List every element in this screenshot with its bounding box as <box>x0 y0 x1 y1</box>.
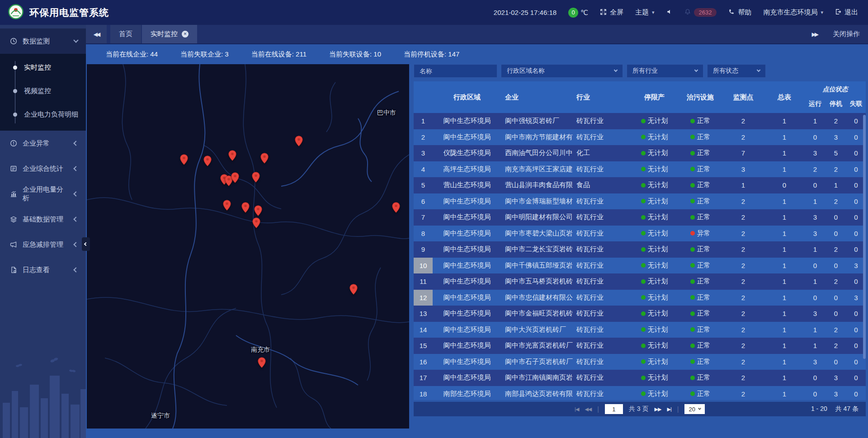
col-facility-status: 治污设施 <box>678 81 722 113</box>
name-filter-input[interactable] <box>420 67 491 75</box>
scroll-tabs-right-icon[interactable]: ▶▶ <box>812 31 817 38</box>
log-file-icon <box>10 266 18 274</box>
sidebar-item-enterprise-stats[interactable]: 企业综合统计 <box>0 156 86 181</box>
theme-menu[interactable]: 主题 ▾ <box>635 8 655 17</box>
table-row[interactable]: 15阆中生态环境局阆中市光富页岩机砖厂砖瓦行业无计划正常21120 <box>414 338 866 354</box>
report-icon <box>10 165 18 173</box>
first-page-button[interactable]: |◀ <box>575 406 579 412</box>
map-marker[interactable] <box>241 202 250 215</box>
table-row[interactable]: 6阆中生态环境局阆中市金博瑞新型墙材砖瓦行业无计划正常21120 <box>414 193 866 210</box>
cell-halt: 5 <box>826 145 846 161</box>
sidebar-item-logs[interactable]: 日志查看 <box>0 257 86 283</box>
table-row[interactable]: 3仪陇生态环境局西南油气田分公司川中化工无计划正常71350 <box>414 145 866 161</box>
sidebar-item-base-data[interactable]: 基础数据管理 <box>0 207 86 232</box>
table-row[interactable]: 10阆中生态环境局阆中千佛镇五郎垭页岩砖瓦行业无计划正常21003 <box>414 258 866 274</box>
sidebar-item-emergency[interactable]: 应急减排管理 <box>0 232 86 257</box>
map-marker[interactable] <box>203 155 212 169</box>
cell-company: 阆中市光富页岩机砖厂 <box>501 338 573 354</box>
name-filter <box>414 64 497 78</box>
cell-meter: 1 <box>764 306 805 322</box>
workspace: 当前在线企业: 44当前失联企业: 3当前在线设备: 211当前失联设备: 10… <box>86 44 868 438</box>
table-row[interactable]: 5营山生态环境局营山县润丰肉食品有限食品无计划正常10010 <box>414 177 866 193</box>
sidebar-collapse-handle[interactable] <box>82 237 90 251</box>
status-filter-select[interactable]: 所有状态 <box>707 64 766 78</box>
last-page-button[interactable]: ▶| <box>667 406 671 412</box>
map-marker[interactable] <box>295 136 303 149</box>
sidebar: 数据监测实时监控视频监控企业电力负荷明细企业异常企业综合统计企业用电量分析基础数… <box>0 25 86 438</box>
tab-home[interactable]: 首页 <box>110 25 141 43</box>
col-region: 行政区域 <box>433 81 501 113</box>
table-row[interactable]: 14阆中生态环境局阆中大兴页岩机砖厂砖瓦行业无计划正常21120 <box>414 322 866 338</box>
map-marker[interactable] <box>180 154 189 167</box>
cell-meter: 1 <box>764 386 805 400</box>
map-canvas[interactable]: 巴中市南充市遂宁市 <box>87 64 409 429</box>
page-size-select[interactable]: 20 <box>684 404 704 414</box>
chevron-down-icon <box>73 38 78 42</box>
table-row[interactable]: 9阆中生态环境局阆中市二龙长宝页岩砖砖瓦行业无计划正常21120 <box>414 241 866 258</box>
map-marker[interactable] <box>349 284 358 297</box>
close-icon[interactable]: ✕ <box>182 31 189 38</box>
sidebar-item-data-monitor[interactable]: 数据监测 <box>0 28 86 54</box>
industry-filter-select[interactable]: 所有行业 <box>627 64 703 78</box>
org-menu[interactable]: 南充市生态环境局 ▾ <box>763 8 823 17</box>
table-row[interactable]: 13阆中生态环境局阆中市金福旺页岩机砖砖瓦行业无计划正常21300 <box>414 306 866 322</box>
cell-meter: 1 <box>764 290 805 306</box>
table-row[interactable]: 8阆中生态环境局阆中市枣碧大梁山页岩砖瓦行业无计划异常21300 <box>414 226 866 242</box>
table-row[interactable]: 2阆中生态环境局阆中市南方节能建材有砖瓦行业无计划正常21030 <box>414 129 866 146</box>
cell-stop-status: 无计划 <box>631 273 678 290</box>
next-page-button[interactable]: ▶▶ <box>655 406 661 412</box>
app-logo <box>8 4 24 21</box>
cell-run: 3 <box>805 209 826 226</box>
table-row[interactable]: 12阆中生态环境局阆中市忠信建材有限公砖瓦行业无计划正常21003 <box>414 290 866 306</box>
table-scrollbar[interactable] <box>863 115 866 359</box>
cell-meter: 1 <box>764 354 805 370</box>
map-marker[interactable] <box>254 205 263 218</box>
cell-monitor-points: 2 <box>722 386 764 400</box>
table-row[interactable]: 7阆中生态环境局阆中明阳建材有限公司砖瓦行业无计划正常21300 <box>414 209 866 226</box>
map-marker[interactable] <box>252 217 261 231</box>
layers-icon <box>10 216 18 223</box>
prev-page-button[interactable]: ◀◀ <box>585 406 591 412</box>
map-marker[interactable] <box>231 172 239 185</box>
table-row[interactable]: 1阆中生态环境局阆中强锐页岩砖厂砖瓦行业无计划正常21120 <box>414 113 866 129</box>
close-operations-button[interactable]: 关闭操作 <box>833 30 860 38</box>
logout-button[interactable]: 退出 <box>835 8 858 17</box>
notifications[interactable]: 2632 <box>684 8 717 17</box>
sidebar-subitem[interactable]: 企业电力负荷明细 <box>0 103 86 126</box>
chevron-left-icon <box>73 191 78 196</box>
table-row[interactable]: 11阆中生态环境局阆中市五马桥页岩机砖砖瓦行业无计划正常21120 <box>414 273 866 290</box>
mute-button[interactable] <box>666 9 673 16</box>
map-marker[interactable] <box>392 202 401 215</box>
map-marker[interactable] <box>258 357 266 370</box>
org-name: 南充市生态环境局 <box>763 8 817 17</box>
status-dot <box>641 344 646 348</box>
sidebar-subitem[interactable]: 实时监控 <box>0 56 86 79</box>
sidebar-item-power-analysis[interactable]: 企业用电量分析 <box>0 181 86 207</box>
help-button[interactable]: 帮助 <box>728 8 751 17</box>
cell-run: 1 <box>805 322 826 338</box>
sidebar-subitem[interactable]: 视频监控 <box>0 79 86 103</box>
cell-region: 阆中生态环境局 <box>433 113 501 129</box>
region-filter-select[interactable]: 行政区域名称 <box>501 64 623 78</box>
cell-run: 1 <box>805 241 826 258</box>
status-dot <box>641 295 646 300</box>
cell-halt: 0 <box>826 306 846 322</box>
map-city-label: 南充市 <box>251 346 270 354</box>
table-row[interactable]: 16阆中生态环境局阆中市石子页岩机砖厂砖瓦行业无计划正常21300 <box>414 354 866 370</box>
table-row[interactable]: 18南部生态环境局南部县鸿达页岩砖有限砖瓦行业无计划正常21030 <box>414 386 866 400</box>
tab-realtime[interactable]: 实时监控✕ <box>142 25 197 43</box>
table-row[interactable]: 17阆中生态环境局阆中市江南镇阆南页岩砖瓦行业无计划正常21030 <box>414 370 866 386</box>
status-dot <box>690 376 695 380</box>
cell-industry: 砖瓦行业 <box>573 193 631 210</box>
sidebar-item-enterprise-abnormal[interactable]: 企业异常 <box>0 131 86 156</box>
map-marker[interactable] <box>223 200 231 213</box>
map-marker[interactable] <box>260 153 269 166</box>
map-marker[interactable] <box>252 172 260 185</box>
table-row[interactable]: 4高坪生态环境局南充市高坪区王家店建砖瓦行业无计划正常31220 <box>414 161 866 178</box>
map-marker[interactable] <box>228 150 237 163</box>
data-panel: 行政区域名称 所有行业 所有状态 <box>414 64 866 418</box>
fullscreen-button[interactable]: 全屏 <box>600 8 623 17</box>
range-label: 1 - 20 <box>811 405 827 412</box>
page-number-input[interactable] <box>605 404 623 414</box>
scroll-tabs-left-icon[interactable]: ◀◀ <box>86 25 107 43</box>
